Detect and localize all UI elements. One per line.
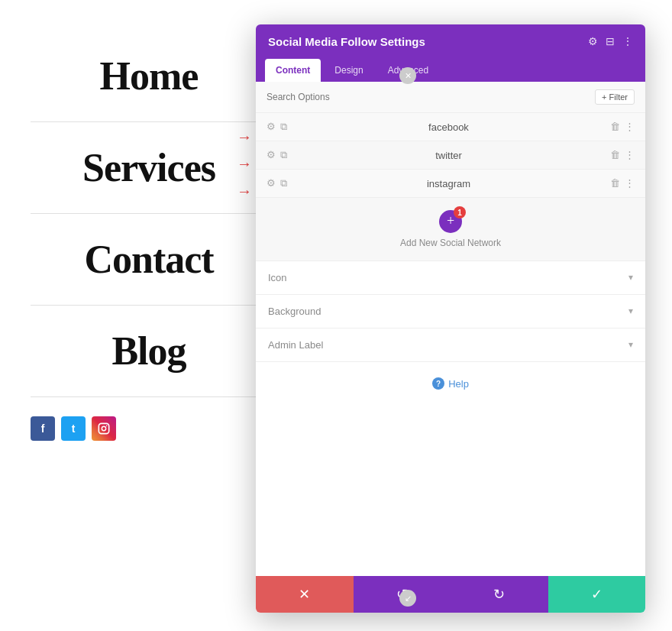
modal-tabs: Content Design Advanced (256, 59, 645, 82)
help-section: ? Help (256, 362, 645, 405)
close-edge-top-icon[interactable]: ✕ (399, 67, 416, 84)
tab-content[interactable]: Content (265, 59, 321, 82)
network-row-twitter: ⚙ ⧉ twitter 🗑 ⋮ (256, 141, 645, 170)
delete-twitter-icon[interactable]: 🗑 (610, 149, 620, 161)
modal-header-icons: ⚙ ⊟ ⋮ (588, 35, 633, 48)
help-label: Help (448, 378, 469, 390)
network-row-instagram: ⚙ ⧉ instagram 🗑 ⋮ (256, 170, 645, 198)
accordion-background: Background ▾ (256, 295, 645, 328)
add-badge: 1 (454, 206, 466, 218)
modal-header: Social Media Follow Settings ⚙ ⊟ ⋮ (256, 24, 645, 59)
accordion-admin-label: Admin Label ▾ (256, 328, 645, 362)
search-input[interactable] (267, 92, 595, 102)
row-left-icons-tw: ⚙ ⧉ (267, 149, 287, 161)
save-button[interactable]: ✓ (548, 576, 646, 613)
svg-rect-0 (99, 423, 108, 433)
chevron-down-icon-2: ▾ (628, 306, 633, 317)
accordion-admin-header[interactable]: Admin Label ▾ (256, 328, 645, 361)
help-circle-icon: ? (432, 377, 444, 390)
nav-item-home[interactable]: Home (31, 31, 267, 122)
network-list: ⚙ ⧉ facebook 🗑 ⋮ ⚙ ⧉ twitter 🗑 ⋮ ⚙ (256, 113, 645, 198)
settings-tw-icon[interactable]: ⚙ (267, 149, 276, 161)
accordion-icon-label: Icon (268, 272, 287, 283)
network-name-twitter: twitter (293, 150, 604, 161)
instagram-icon[interactable] (92, 416, 116, 441)
svg-point-2 (106, 426, 108, 427)
modal-title: Social Media Follow Settings (268, 35, 425, 48)
redo-button[interactable]: ↻ (451, 576, 548, 613)
more-twitter-icon[interactable]: ⋮ (625, 149, 635, 161)
columns-icon[interactable]: ⊟ (606, 35, 615, 48)
facebook-icon[interactable]: f (31, 416, 55, 441)
add-network-label: Add New Social Network (400, 238, 501, 248)
arrow-2: → (237, 155, 252, 173)
plus-icon: + (447, 214, 454, 228)
accordion-icon: Icon ▾ (256, 261, 645, 295)
filter-button[interactable]: + Filter (595, 89, 635, 105)
network-name-facebook: facebook (293, 121, 604, 133)
settings-modal: Social Media Follow Settings ⚙ ⊟ ⋮ Conte… (256, 24, 645, 613)
accordion-admin-label-text: Admin Label (268, 339, 323, 351)
delete-instagram-icon[interactable]: 🗑 (610, 177, 620, 189)
nav-item-services[interactable]: Services (31, 122, 267, 214)
more-options-icon[interactable]: ⋮ (622, 35, 633, 48)
row-right-icons-ig: 🗑 ⋮ (610, 177, 635, 189)
arrow-3: → (237, 183, 252, 200)
copy-ig-icon[interactable]: ⧉ (280, 177, 287, 189)
settings-ig-icon[interactable]: ⚙ (267, 177, 276, 189)
tab-design[interactable]: Design (324, 59, 373, 82)
delete-facebook-icon[interactable]: 🗑 (610, 121, 620, 133)
accordion-icon-header[interactable]: Icon ▾ (256, 261, 645, 294)
action-bar: ✕ ↺ ↻ ✓ (256, 576, 645, 613)
search-bar: + Filter (256, 82, 645, 113)
network-row-facebook: ⚙ ⧉ facebook 🗑 ⋮ (256, 113, 645, 141)
copy-tw-icon[interactable]: ⧉ (280, 149, 287, 161)
accordion-background-header[interactable]: Background ▾ (256, 295, 645, 328)
chevron-down-icon-1: ▾ (628, 272, 633, 283)
cancel-button[interactable]: ✕ (256, 576, 354, 613)
network-name-instagram: instagram (293, 178, 604, 189)
row-right-icons: 🗑 ⋮ (610, 121, 635, 133)
accordion-section: Icon ▾ Background ▾ Admin Label ▾ (256, 261, 645, 362)
copy-row-icon[interactable]: ⧉ (280, 121, 287, 133)
more-facebook-icon[interactable]: ⋮ (625, 121, 635, 133)
help-link[interactable]: ? Help (432, 377, 469, 390)
row-left-icons-ig: ⚙ ⧉ (267, 177, 287, 189)
row-left-icons: ⚙ ⧉ (267, 121, 287, 133)
svg-point-1 (102, 426, 105, 430)
accordion-background-label: Background (268, 306, 321, 317)
arrow-1: → (237, 128, 252, 146)
row-right-icons-tw: 🗑 ⋮ (610, 149, 635, 161)
settings-row-icon[interactable]: ⚙ (267, 121, 276, 133)
nav-item-contact[interactable]: Contact (31, 214, 267, 306)
add-network-section: + 1 Add New Social Network (256, 198, 645, 261)
close-edge-bottom-icon[interactable]: ↙ (399, 590, 416, 607)
add-network-button[interactable]: + 1 (439, 210, 462, 233)
nav-item-blog[interactable]: Blog (31, 306, 267, 397)
settings-icon[interactable]: ⚙ (588, 35, 598, 48)
more-instagram-icon[interactable]: ⋮ (625, 177, 635, 189)
twitter-icon[interactable]: t (61, 416, 86, 441)
chevron-down-icon-3: ▾ (628, 339, 633, 351)
